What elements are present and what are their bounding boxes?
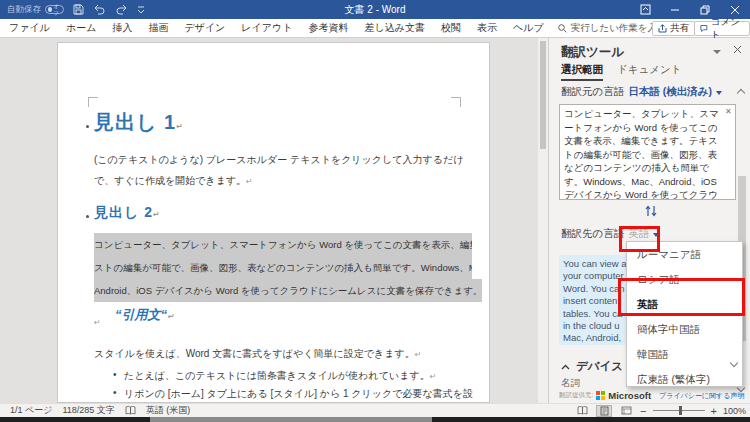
quote-text[interactable]: “引用文“↵ [115, 306, 174, 324]
paragraph-mark: ↵ [94, 318, 101, 327]
minimize-icon [670, 5, 680, 15]
paragraph-mark: ↵ [246, 177, 253, 186]
read-mode-button[interactable] [574, 405, 590, 417]
selected-text-line: コンピューター、タブレット、スマートフォンから Word を使ってこの文書を表示… [94, 233, 472, 256]
ribbon-display-options-icon [640, 4, 651, 15]
zoom-in-button[interactable]: + [711, 405, 717, 417]
taskbar-edge [0, 417, 750, 422]
paragraph-mark: ↵ [415, 350, 422, 359]
autosave-toggle[interactable]: オフ [45, 5, 64, 14]
tab-draw[interactable]: 描画 [148, 21, 168, 35]
pane-title: 翻訳ツール [561, 44, 624, 61]
share-icon [658, 24, 667, 33]
autosave-label: 自動保存 [7, 4, 41, 16]
status-bar: 1/1 ページ 118/285 文字 英語 (米国) − + 100% [0, 403, 750, 417]
clear-source-text-button[interactable]: ✕ [725, 107, 732, 116]
translator-pane: 翻訳ツール 選択範囲 ドキュメント 翻訳元の言語 日本語 (検出済み) コンピュ… [548, 38, 750, 403]
proofing-button[interactable] [125, 406, 136, 416]
close-icon [730, 5, 740, 15]
workspace: 見出し 1↵ (このテキストのような) プレースホルダー テキストをクリックして… [0, 38, 750, 403]
share-label: 共有 [670, 22, 689, 35]
language-option-cantonese[interactable]: 広東語 (繁体字) [627, 367, 742, 387]
save-button[interactable] [73, 4, 84, 15]
language-option-korean[interactable]: 韓国語 [627, 342, 742, 367]
annotation-box-english-option [618, 278, 745, 316]
pane-options-chevron-icon[interactable] [713, 50, 721, 54]
restore-icon [700, 5, 710, 15]
tab-home[interactable]: ホーム [66, 21, 96, 35]
share-button[interactable]: 共有 [652, 21, 695, 36]
style-dot-icon [86, 215, 89, 218]
close-icon [733, 45, 742, 54]
print-layout-button[interactable] [596, 405, 612, 417]
bullet-item[interactable]: たとえば、このテキストには箇条書きスタイルが使われています。↵ [124, 369, 474, 383]
source-language-label: 翻訳元の言語 [561, 85, 624, 99]
tab-mailings[interactable]: 差し込み文書 [365, 21, 425, 35]
pane-tab-selection[interactable]: 選択範囲 [561, 63, 603, 81]
crop-mark-left-icon [88, 97, 98, 107]
paragraph-mark: ↵ [167, 312, 174, 321]
heading-2[interactable]: 見出し 2↵ [94, 204, 161, 222]
provider-name: Microsoft [608, 390, 651, 401]
tab-insert[interactable]: 挿入 [112, 21, 132, 35]
minimize-button[interactable] [660, 0, 690, 19]
selected-text-line: Android、iOS デバイスから Word を使ってクラウドにシームレスに文… [94, 279, 482, 302]
heading-1[interactable]: 見出し 1↵ [94, 109, 184, 136]
part-of-speech-label: 名詞 [561, 377, 580, 390]
comments-button[interactable]: コメント [694, 21, 750, 36]
dictionary-entry-word[interactable]: デバイス [576, 359, 623, 374]
intro-paragraph[interactable]: (このテキストのような) プレースホルダー テキストをクリックして入力するだけで… [94, 149, 470, 192]
undo-button[interactable] [93, 4, 106, 15]
pane-tab-document[interactable]: ドキュメント [617, 63, 681, 81]
document-scrollbar[interactable] [538, 38, 548, 403]
proofing-book-icon [125, 406, 136, 416]
print-layout-icon [600, 406, 609, 416]
search-icon [558, 24, 567, 33]
zoom-out-button[interactable]: − [640, 405, 646, 417]
crop-mark-right-icon [451, 97, 461, 107]
tab-review[interactable]: 校閲 [441, 21, 461, 35]
redo-button[interactable] [115, 4, 128, 15]
chevron-down-icon [137, 6, 145, 14]
ribbon-display-options-button[interactable] [630, 0, 660, 19]
swap-languages-button[interactable] [644, 204, 658, 218]
zoom-level[interactable]: 100% [723, 406, 746, 416]
toggle-knob-icon [48, 7, 52, 12]
taskbar-segment [150, 417, 432, 422]
autosave-state: オフ [53, 3, 63, 17]
scrollbar-thumb[interactable] [540, 41, 546, 149]
provider-label: 翻訳提供元: [559, 391, 593, 400]
privacy-link[interactable]: プライバシーに関する声明 [659, 391, 744, 401]
page-count[interactable]: 1/1 ページ [10, 404, 52, 417]
zoom-slider[interactable] [653, 410, 705, 411]
web-layout-icon [621, 406, 632, 415]
comment-icon [700, 24, 708, 33]
document-area: 見出し 1↵ (このテキストのような) プレースホルダー テキストをクリックして… [0, 38, 548, 403]
language-option-simplified-chinese[interactable]: 簡体字中国語 [627, 317, 742, 342]
tab-layout[interactable]: レイアウト [241, 21, 292, 35]
tab-file[interactable]: ファイル [9, 21, 50, 35]
zoom-slider-thumb[interactable] [679, 406, 682, 415]
target-language-label: 翻訳先の言語 [561, 227, 624, 241]
swap-arrows-icon [644, 204, 658, 218]
customize-quick-access-button[interactable] [137, 6, 145, 14]
tab-references[interactable]: 参考資料 [309, 21, 349, 35]
document-page[interactable]: 見出し 1↵ (このテキストのような) プレースホルダー テキストをクリックして… [57, 42, 490, 403]
selected-text-line: ストの編集が可能で、画像、図形、表などのコンテンツの挿入も簡単です。Window… [94, 256, 472, 279]
scroll-up-icon[interactable] [737, 89, 745, 97]
char-count[interactable]: 118/285 文字 [62, 404, 114, 417]
styles-paragraph[interactable]: スタイルを使えば、Word 文書に書式をすばやく簡単に設定できます。↵ [94, 343, 470, 365]
source-language-value[interactable]: 日本語 (検出済み) [628, 85, 712, 99]
tab-help[interactable]: ヘルプ [513, 21, 544, 35]
paragraph-mark: ↵ [153, 210, 161, 219]
tab-view[interactable]: 表示 [477, 21, 497, 35]
ribbon-tab-row: ファイル ホーム 挿入 描画 デザイン レイアウト 参考資料 差し込み文書 校閲… [0, 19, 750, 38]
dropdown-caret-icon[interactable] [716, 91, 722, 95]
source-text-box[interactable]: コンピューター、タブレット、スマートフォンから Word を使ってこの文書を表示… [559, 104, 736, 200]
collapse-chevron-icon[interactable] [561, 364, 570, 370]
tab-design[interactable]: デザイン [184, 21, 225, 35]
pane-close-button[interactable] [733, 45, 742, 54]
redo-icon [115, 4, 128, 15]
document-language[interactable]: 英語 (米国) [146, 404, 191, 417]
web-layout-button[interactable] [618, 405, 634, 417]
